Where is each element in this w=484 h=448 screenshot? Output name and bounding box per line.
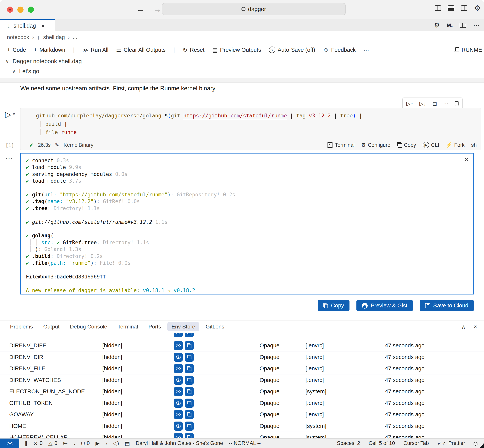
copy-value-button[interactable] xyxy=(185,387,194,396)
remote-indicator[interactable]: >< xyxy=(0,439,19,448)
statusbar-0[interactable]: ψ0 xyxy=(81,440,90,447)
copy-value-button[interactable] xyxy=(185,353,194,362)
reveal-value-button[interactable] xyxy=(174,364,183,373)
panel-tab-ports[interactable]: Ports xyxy=(144,322,165,331)
toggle-right-panel-icon[interactable] xyxy=(461,5,467,11)
statusbar-speaker[interactable]: ◁) xyxy=(113,440,119,447)
notebook-section-header[interactable]: ∨ Dagger notebook shell.dag xyxy=(5,58,82,64)
minimize-window-button[interactable] xyxy=(17,7,23,13)
run-cell-button[interactable]: ▷ xyxy=(5,110,11,119)
history-back-button[interactable]: ← xyxy=(136,4,145,14)
reveal-value-button[interactable] xyxy=(174,333,183,337)
toolbar-more-button[interactable]: ⋯ xyxy=(363,47,369,53)
cell-action-fork-button[interactable]: ⚡Fork xyxy=(446,142,465,148)
reveal-value-button[interactable] xyxy=(174,422,183,431)
close-panel-icon[interactable]: × xyxy=(474,323,477,330)
statusbar--normal-[interactable]: -- NORMAL -- xyxy=(229,440,260,446)
panel-tab-env-store[interactable]: Env Store xyxy=(167,322,200,331)
toolbar-markdown-button[interactable]: +Markdown xyxy=(34,47,65,53)
toolbar-preview-outputs-button[interactable]: ▤Preview Outputs xyxy=(212,47,261,53)
statusbar-reader[interactable]: ▤ xyxy=(125,440,130,447)
close-window-button[interactable] xyxy=(7,7,13,13)
split-cell-button[interactable]: ⊟ xyxy=(432,101,437,107)
env-row-electron_run_as_node[interactable]: ELECTRON_RUN_AS_NODE[hidden]Opaque[syste… xyxy=(0,386,484,397)
code-editor[interactable]: github.com/purpleclay/daggerverse/golang… xyxy=(20,108,481,136)
delete-button[interactable] xyxy=(455,101,459,106)
cell-action-configure-button[interactable]: ⚙Configure xyxy=(361,142,390,148)
statusbar-cell-5-of-10[interactable]: Cell 5 of 10 xyxy=(369,440,395,446)
breadcrumb-more[interactable]: ... xyxy=(73,34,77,40)
reveal-value-button[interactable] xyxy=(174,376,183,385)
settings-gear-icon[interactable]: ⚙ xyxy=(474,5,481,11)
breadcrumb-file[interactable]: shell.dag xyxy=(43,34,65,40)
save-to-cloud-button[interactable]: Save to Cloud xyxy=(420,300,474,311)
env-row-direnv_diff[interactable]: DIRENV_DIFF[hidden]Opaque[.envrc]47 seco… xyxy=(0,340,484,351)
env-row-home[interactable]: HOME[hidden]Opaque[system]47 seconds ago xyxy=(0,420,484,432)
breadcrumb-root[interactable]: notebook xyxy=(7,34,29,40)
reveal-value-button[interactable] xyxy=(174,399,183,408)
copy-value-button[interactable] xyxy=(185,376,194,385)
runme-brand[interactable]: RUNME xyxy=(454,47,482,53)
statusbar-cursor-tab[interactable]: Cursor Tab xyxy=(403,440,429,446)
panel-tab-problems[interactable]: Problems xyxy=(6,322,37,331)
copy-value-button[interactable] xyxy=(185,333,194,337)
code-cell[interactable]: github.com/purpleclay/daggerverse/golang… xyxy=(20,108,481,150)
close-output-icon[interactable]: × xyxy=(464,155,468,164)
env-row-github_token[interactable]: GITHUB_TOKEN[hidden]Opaque[.envrc]47 sec… xyxy=(0,397,484,409)
history-forward-button[interactable]: → xyxy=(153,4,162,14)
copy-value-button[interactable] xyxy=(185,433,194,438)
settings-gear-icon[interactable]: ⚙ xyxy=(434,23,440,28)
command-center-search[interactable]: dagger xyxy=(162,3,346,15)
copy-value-button[interactable] xyxy=(185,399,194,408)
reveal-value-button[interactable] xyxy=(174,387,183,396)
env-row-direnv_file[interactable]: DIRENV_FILE[hidden]Opaque[.envrc]47 seco… xyxy=(0,363,484,374)
toolbar-feedback-button[interactable]: ☺Feedback xyxy=(323,47,356,53)
statusbar-chevron-right[interactable]: › xyxy=(105,440,107,447)
statusbar-bell[interactable] xyxy=(474,441,477,445)
toolbar-clear-all-outputs-button[interactable]: ☰Clear All Outputs xyxy=(116,47,166,53)
statusbar-daryl-hall-john-oates-she-s-gone[interactable]: Daryl Hall & John Oates - She's Gone xyxy=(136,440,223,446)
env-row-goaway[interactable]: GOAWAY[hidden]Opaque[.envrc]47 seconds a… xyxy=(0,409,484,420)
copy-value-button[interactable] xyxy=(185,341,194,350)
cell-action-sh-button[interactable]: sh xyxy=(471,142,477,148)
output-menu-icon[interactable]: ⋯ xyxy=(5,154,13,162)
maximize-window-button[interactable] xyxy=(28,7,34,13)
panel-tab-gitlens[interactable]: GitLens xyxy=(201,322,228,331)
reveal-value-button[interactable] xyxy=(174,341,183,350)
split-editor-icon[interactable] xyxy=(460,23,466,28)
reveal-value-button[interactable] xyxy=(174,410,183,419)
cell-action-copy-button[interactable]: Copy xyxy=(397,142,416,148)
statusbar-play[interactable]: ▶ xyxy=(95,440,100,447)
statusbar-prettier[interactable]: ✓✓Prettier xyxy=(437,440,465,447)
toggle-left-panel-icon[interactable] xyxy=(435,5,441,11)
toolbar-reset-button[interactable]: ↻Reset xyxy=(183,47,204,53)
statusbar-0[interactable]: △0 xyxy=(48,440,57,447)
toolbar-auto-save-off--button[interactable]: ▷Auto-Save (off) xyxy=(269,47,315,53)
reveal-value-button[interactable] xyxy=(174,433,183,438)
statusbar-chevron-left[interactable]: ‹ xyxy=(74,440,75,447)
statusbar-spaces-2[interactable]: Spaces: 2 xyxy=(337,440,360,446)
copy-button[interactable]: Copy xyxy=(318,300,350,311)
collapse-panel-icon[interactable]: ∧ xyxy=(461,323,466,330)
copy-value-button[interactable] xyxy=(185,422,194,431)
panel-tab-terminal[interactable]: Terminal xyxy=(113,322,142,331)
cell-action-cli-button[interactable]: ▶CLI xyxy=(423,142,439,148)
toolbar-code-button[interactable]: +Code xyxy=(7,47,26,53)
panel-tab-debug-console[interactable]: Debug Console xyxy=(66,322,111,331)
markdown-download-icon[interactable]: M↓ xyxy=(447,22,453,28)
statusbar-door-exit[interactable]: ⇤ xyxy=(63,440,68,447)
run-options-chevron-icon[interactable]: ∨ xyxy=(12,111,16,116)
run-above-button[interactable]: ▷↑ xyxy=(406,101,413,107)
toolbar-run-all-button[interactable]: ≫Run All xyxy=(82,47,108,53)
copy-value-button[interactable] xyxy=(185,364,194,373)
reveal-value-button[interactable] xyxy=(174,353,183,362)
toggle-bottom-panel-icon[interactable] xyxy=(448,5,454,11)
cell-action-terminal-button[interactable]: Terminal xyxy=(327,142,354,148)
env-row-direnv_watches[interactable]: DIRENV_WATCHES[hidden]Opaque[.envrc]47 s… xyxy=(0,374,484,386)
statusbar-0[interactable]: ⊗0 xyxy=(33,440,43,447)
panel-tab-output[interactable]: Output xyxy=(39,322,64,331)
statusbar-sliders[interactable]: ∦ xyxy=(25,440,27,447)
run-below-button[interactable]: ▷↓ xyxy=(419,101,426,107)
notebook-subsection-header[interactable]: ∨ Let's go xyxy=(12,68,39,74)
more-button[interactable]: ⋯ xyxy=(443,101,448,107)
